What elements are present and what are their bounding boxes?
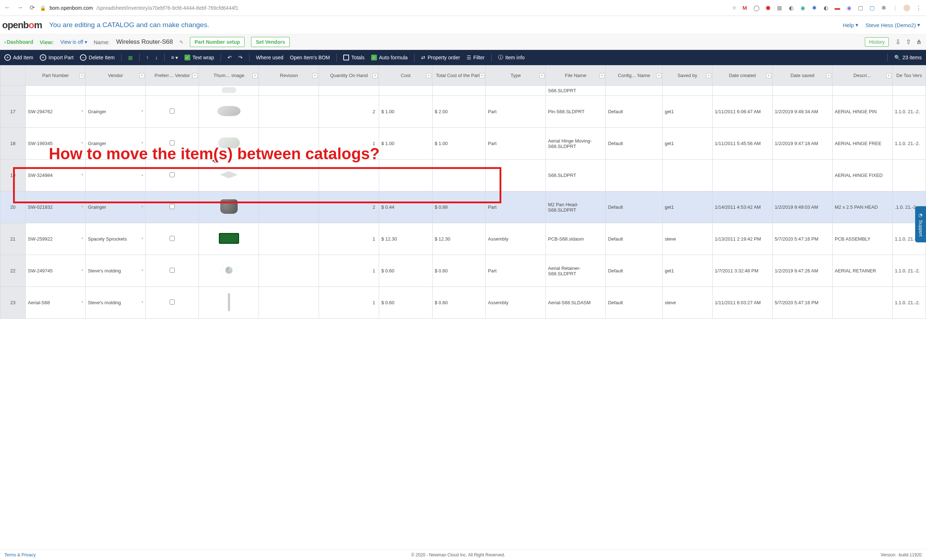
cell-description[interactable]: AERIAL HINGE FIXED bbox=[832, 159, 892, 191]
filter-icon[interactable]: ▾ bbox=[372, 73, 378, 78]
cell-type[interactable]: Part bbox=[486, 255, 546, 287]
cell-config-name[interactable]: Default bbox=[605, 128, 662, 159]
ext-icon[interactable]: ◐ bbox=[788, 5, 794, 11]
import-part-button[interactable]: +Import Part bbox=[40, 54, 73, 61]
cell-thumbnail[interactable] bbox=[199, 287, 259, 319]
cell-thumbnail[interactable] bbox=[199, 255, 259, 287]
col-date-saved[interactable]: Date saved▾ bbox=[772, 65, 832, 86]
col-qty-on-hand[interactable]: Quantity On Hand▾ bbox=[319, 65, 379, 86]
cell-date-saved[interactable]: 5/7/2020 5:47:16 PM bbox=[772, 223, 832, 255]
openbom-logo[interactable]: openbom bbox=[2, 20, 42, 31]
cell-tool-version[interactable]: 1.1.0. 21.-2. bbox=[892, 128, 926, 159]
cell-type[interactable]: Part bbox=[486, 128, 546, 159]
history-button[interactable]: History bbox=[865, 37, 889, 47]
cell-config-name[interactable]: Default bbox=[605, 191, 662, 223]
cell-vendor[interactable]: Steve's molding▾ bbox=[85, 287, 145, 319]
cell-vendor[interactable]: Grainger▾ bbox=[85, 96, 145, 128]
cell-date-saved[interactable] bbox=[772, 159, 832, 191]
cell-vendor[interactable]: Steve's molding▾ bbox=[85, 255, 145, 287]
ext-icon[interactable]: ✱ bbox=[811, 5, 817, 11]
cell-saved-by[interactable] bbox=[662, 159, 712, 191]
reload-icon[interactable]: ⟳ bbox=[30, 4, 35, 12]
col-config-name[interactable]: Config… Name▾ bbox=[605, 65, 662, 86]
cell-thumbnail[interactable] bbox=[199, 191, 259, 223]
ext-icon[interactable]: ◐ bbox=[823, 5, 829, 11]
cell-part-number[interactable]: SW-259922▾ bbox=[26, 223, 86, 255]
cell-date-created[interactable]: 1/11/2011 6:03:27 AM bbox=[712, 287, 772, 319]
col-description[interactable]: Descri…▾ bbox=[832, 65, 892, 86]
where-used-button[interactable]: Where used bbox=[256, 54, 283, 61]
cell-file-name[interactable]: M2 Pan Head-S68.SLDPRT bbox=[546, 191, 606, 223]
preferred-vendor-checkbox[interactable] bbox=[169, 268, 175, 273]
col-tool-version[interactable]: De Too Vers bbox=[892, 65, 926, 86]
cell-qty[interactable]: 1 bbox=[319, 287, 379, 319]
download-icon[interactable]: ⇩ bbox=[895, 38, 901, 46]
cell-type[interactable]: Assembly bbox=[486, 287, 546, 319]
url-bar[interactable]: 🔒 bom.openbom.com/spreadsheet/inventory/… bbox=[40, 5, 727, 11]
auto-formula-toggle[interactable]: ✓Auto formula bbox=[371, 54, 408, 61]
col-part-number[interactable]: Part Number▾ bbox=[26, 65, 86, 86]
cell-qty[interactable]: 2 bbox=[319, 96, 379, 128]
cell-file-name[interactable]: S68.SLDPRT bbox=[546, 86, 606, 96]
filter-icon[interactable]: ▾ bbox=[313, 73, 318, 78]
cell-type[interactable] bbox=[486, 159, 546, 191]
cell-date-saved[interactable]: 5/7/2020 5:47:16 PM bbox=[772, 287, 832, 319]
redo-icon[interactable]: ↷ bbox=[238, 54, 243, 61]
cell-type[interactable]: Part bbox=[486, 96, 546, 128]
cell-date-created[interactable]: 1/7/2011 3:32:48 PM bbox=[712, 255, 772, 287]
cell-config-name[interactable] bbox=[605, 159, 662, 191]
cell-vendor[interactable]: Spacely Sprockets▾ bbox=[85, 223, 145, 255]
ext-icon[interactable]: ◉ bbox=[799, 5, 806, 11]
filter-icon[interactable]: ▾ bbox=[656, 73, 661, 78]
cell-thumbnail[interactable] bbox=[199, 223, 259, 255]
undo-icon[interactable]: ↶ bbox=[227, 54, 232, 61]
cell-saved-by[interactable]: get1 bbox=[662, 96, 712, 128]
ext-icon[interactable]: ◉ bbox=[846, 5, 852, 11]
cell-part-number[interactable]: SW-324984▾ bbox=[26, 159, 86, 191]
col-date-created[interactable]: Date created▾ bbox=[712, 65, 772, 86]
col-vendor[interactable]: Vendor▾ bbox=[85, 65, 145, 86]
cell-description[interactable]: M2 x 2.5 PAN HEAD bbox=[832, 191, 892, 223]
part-number-setup-button[interactable]: Part Number setup bbox=[190, 37, 245, 47]
cell-total-cost[interactable]: $ 2.00 bbox=[432, 96, 486, 128]
col-preferred-vendor[interactable]: Preferr… Vendor▾ bbox=[145, 65, 198, 86]
cell-preferred-vendor[interactable] bbox=[145, 191, 198, 223]
cell-file-name[interactable]: Aerial Hinge Moving-S68.SLDPRT bbox=[546, 128, 606, 159]
cell-total-cost[interactable]: $ 12.30 bbox=[432, 223, 486, 255]
cell-cost[interactable]: $ 0.60 bbox=[379, 255, 432, 287]
cell-type[interactable]: Assembly bbox=[486, 223, 546, 255]
cell-thumbnail[interactable] bbox=[199, 159, 259, 191]
user-menu[interactable]: Steve Hess (Demo2) ▾ bbox=[865, 22, 920, 28]
ext-icon[interactable]: ▢ bbox=[857, 5, 864, 11]
cell-vendor[interactable]: ▾ bbox=[85, 159, 145, 191]
cell-date-created[interactable]: 1/13/2011 2:19:42 PM bbox=[712, 223, 772, 255]
ext-icon[interactable]: ✻ bbox=[881, 5, 887, 11]
delete-item-button[interactable]: −Delete Item bbox=[80, 54, 115, 61]
help-menu[interactable]: Help ▾ bbox=[843, 22, 858, 28]
col-type[interactable]: Type▾ bbox=[486, 65, 546, 86]
table-row[interactable]: 19 SW-324984▾ ▾ S68.SLDPRT AERIAL HINGE … bbox=[0, 159, 926, 191]
cell-tool-version[interactable]: 1.1.0. 21.-2. bbox=[892, 287, 926, 319]
filter-icon[interactable]: ▾ bbox=[479, 73, 484, 78]
cell-preferred-vendor[interactable] bbox=[145, 223, 198, 255]
text-wrap-toggle[interactable]: ✓Text wrap bbox=[185, 54, 214, 61]
cell-cost[interactable]: $ 0.44 bbox=[379, 191, 432, 223]
cell-file-name[interactable]: Aerial Retainer-S68.SLDPRT bbox=[546, 255, 606, 287]
share-icon[interactable]: ⋔ bbox=[916, 38, 921, 46]
ext-icon[interactable]: ▦ bbox=[776, 5, 783, 11]
cell-description[interactable]: AERIAL HINGE FREE bbox=[832, 128, 892, 159]
add-item-button[interactable]: +Add Item bbox=[5, 54, 33, 61]
cell-cost[interactable] bbox=[379, 159, 432, 191]
cell-date-saved[interactable]: 1/2/2019 9:47:18 AM bbox=[772, 128, 832, 159]
preferred-vendor-checkbox[interactable] bbox=[169, 236, 175, 241]
cell-part-number[interactable]: SW-294762▾ bbox=[26, 96, 86, 128]
table-row[interactable]: 17 SW-294762▾ Grainger▾ 2 $ 1.00 $ 2.00 … bbox=[0, 96, 926, 128]
cell-file-name[interactable]: PCB-S68.sldasm bbox=[546, 223, 606, 255]
move-up-icon[interactable]: ↑ bbox=[146, 54, 149, 61]
filter-icon[interactable]: ▾ bbox=[192, 73, 198, 78]
grid-view-icon[interactable]: ▦ bbox=[128, 54, 133, 61]
cell-config-name[interactable]: Default bbox=[605, 96, 662, 128]
cell-saved-by[interactable]: steve bbox=[662, 287, 712, 319]
cell-file-name[interactable]: Aerial-S68.SLDASM bbox=[546, 287, 606, 319]
search-items[interactable]: 🔍 23 items bbox=[894, 54, 921, 61]
